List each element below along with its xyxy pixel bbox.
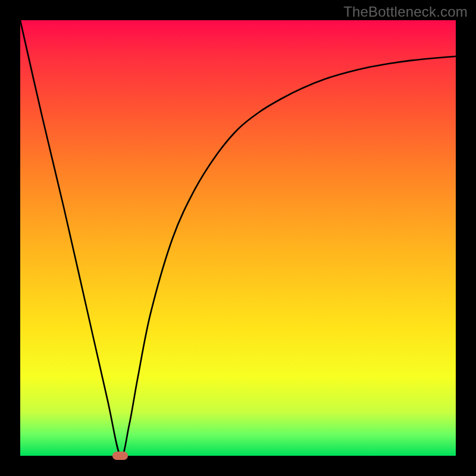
watermark-text: TheBottleneck.com: [343, 4, 468, 20]
plot-area: [20, 20, 456, 456]
chart-frame: TheBottleneck.com: [0, 0, 476, 476]
bottleneck-curve: [20, 20, 456, 456]
optimal-point-marker: [112, 452, 128, 460]
